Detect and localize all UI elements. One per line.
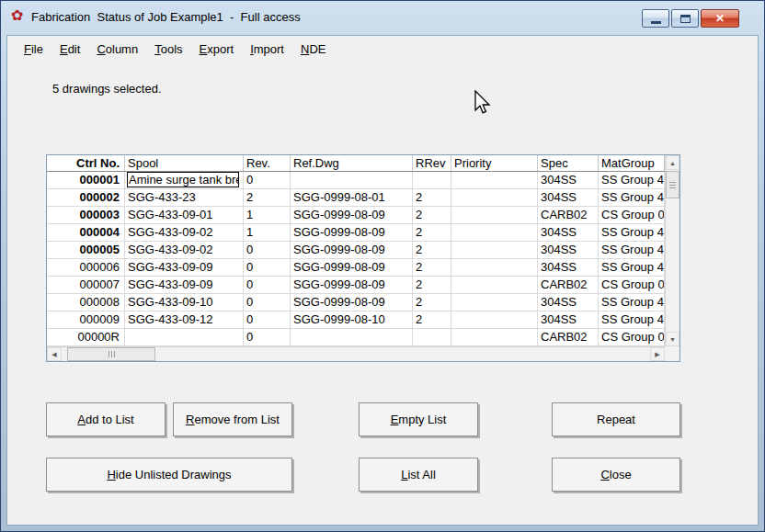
- menu-file[interactable]: File: [16, 40, 51, 59]
- dialog-body: FileEditColumnToolsExportImportNDE 5 dra…: [6, 35, 759, 526]
- scroll-left-icon: ◀: [51, 351, 56, 358]
- table-cell: CS Group 0: [599, 207, 665, 223]
- table-cell: [291, 172, 413, 188]
- table-row[interactable]: 000004SGG-433-09-021SGG-0999-08-092304SS…: [47, 224, 665, 242]
- table-cell: SS Group 4: [599, 311, 665, 328]
- table-rows: 000001Amine surge tank bre0304SSSS Group…: [47, 172, 665, 346]
- app-icon[interactable]: ✿: [11, 7, 23, 24]
- vertical-scrollbar[interactable]: ▲ ▼: [665, 155, 679, 346]
- table-cell: 000006: [47, 259, 125, 276]
- table-cell: [125, 329, 244, 345]
- table-row[interactable]: 000001Amine surge tank bre0304SSSS Group…: [47, 172, 665, 189]
- table-cell: 0: [244, 329, 291, 345]
- maximize-button[interactable]: [671, 9, 699, 28]
- remove-from-list-button[interactable]: Remove from List: [173, 402, 292, 436]
- minimize-button[interactable]: [642, 9, 669, 28]
- table-grid: Ctrl No.SpoolRev.Ref.DwgRRevPrioritySpec…: [47, 155, 665, 346]
- vertical-scroll-thumb[interactable]: [666, 171, 679, 198]
- col-header-spec[interactable]: Spec: [538, 155, 599, 171]
- table-cell: SGG-0999-08-09: [291, 207, 413, 223]
- table-cell: CS Group 0: [599, 329, 665, 345]
- empty-list-button[interactable]: Empty List: [359, 402, 478, 436]
- table-cell: SGG-433-09-12: [125, 311, 244, 328]
- table-cell: [413, 172, 451, 188]
- scroll-down-button[interactable]: ▼: [666, 332, 679, 346]
- close-icon: ✕: [715, 12, 725, 25]
- table-cell: 000009: [47, 311, 125, 328]
- scroll-right-icon: ▶: [655, 351, 659, 358]
- horizontal-scrollbar[interactable]: ◀ ▶: [47, 346, 665, 361]
- close-button[interactable]: ✕: [701, 9, 739, 28]
- table-cell: 000008: [47, 294, 125, 311]
- table-row[interactable]: 000006SGG-433-09-090SGG-0999-08-092304SS…: [47, 259, 665, 277]
- table-cell: 2: [413, 224, 451, 241]
- table-row[interactable]: 000007SGG-433-09-090SGG-0999-08-092CARB0…: [47, 277, 665, 294]
- table-cell: 2: [413, 294, 451, 311]
- close-dialog-button[interactable]: Close: [552, 458, 680, 492]
- table-cell: 304SS: [538, 172, 599, 188]
- table-cell: CARB02: [538, 329, 599, 345]
- repeat-button[interactable]: Repeat: [552, 402, 680, 436]
- table-cell: CS Group 0: [599, 277, 665, 293]
- table-cell: [451, 311, 538, 328]
- scroll-right-button[interactable]: ▶: [650, 347, 665, 361]
- col-header-rrev[interactable]: RRev: [413, 155, 451, 171]
- spool-edit-cell[interactable]: Amine surge tank bre: [127, 172, 239, 187]
- menu-bar: FileEditColumnToolsExportImportNDE: [8, 38, 334, 60]
- list-all-button[interactable]: List All: [359, 458, 478, 492]
- scroll-left-button[interactable]: ◀: [47, 347, 62, 361]
- table-cell: 2: [413, 207, 451, 223]
- menu-export[interactable]: Export: [191, 40, 243, 59]
- table-cell: SS Group 4: [599, 242, 665, 258]
- table-cell: 304SS: [538, 311, 599, 328]
- table-row[interactable]: 000009SGG-433-09-120SGG-0999-08-102304SS…: [47, 311, 665, 329]
- scroll-up-button[interactable]: ▲: [666, 155, 679, 170]
- horizontal-scroll-thumb[interactable]: [67, 347, 155, 361]
- table-cell: SGG-433-09-01: [125, 207, 244, 223]
- status-text: 5 drawings selected.: [52, 82, 162, 96]
- table-cell: 0: [244, 277, 291, 293]
- add-to-list-button[interactable]: Add to List: [46, 402, 166, 436]
- col-header-ctrl-no[interactable]: Ctrl No.: [47, 155, 125, 171]
- col-header-ref-dwg[interactable]: Ref.Dwg: [291, 155, 413, 171]
- menu-import[interactable]: Import: [242, 40, 292, 59]
- titlebar[interactable]: ✿ Fabrication Status of Job Example1 - F…: [0, 0, 765, 35]
- hide-unlisted-drawings-button[interactable]: Hide Unlisted Drawings: [46, 458, 292, 492]
- table-cell: 0: [244, 259, 291, 276]
- table-cell: 1: [244, 224, 291, 241]
- table-cell: SS Group 4: [599, 294, 665, 311]
- table-cell: 0: [244, 311, 291, 328]
- table-row[interactable]: 000005SGG-433-09-020SGG-0999-08-092304SS…: [47, 242, 665, 259]
- table-cell: 000004: [47, 224, 125, 241]
- table-row[interactable]: 000008SGG-433-09-100SGG-0999-08-092304SS…: [47, 294, 665, 311]
- table-header-row: Ctrl No.SpoolRev.Ref.DwgRRevPrioritySpec…: [47, 155, 665, 172]
- col-header-spool[interactable]: Spool: [125, 155, 244, 171]
- table-cell: [451, 259, 538, 276]
- table-cell: SGG-0999-08-09: [291, 259, 413, 276]
- table-row[interactable]: 000002SGG-433-232SGG-0999-08-012304SSSS …: [47, 189, 665, 207]
- minimize-icon: [651, 21, 661, 24]
- table-cell: SGG-0999-08-09: [291, 224, 413, 241]
- table-row[interactable]: 00000R0CARB02CS Group 0: [47, 329, 665, 346]
- table-cell: SS Group 4: [599, 224, 665, 241]
- menu-edit[interactable]: Edit: [51, 40, 88, 59]
- table-cell: 304SS: [538, 294, 599, 311]
- table-cell: CARB02: [538, 207, 599, 223]
- table-cell: 304SS: [538, 259, 599, 276]
- col-header-matgroup[interactable]: MatGroup: [599, 155, 665, 171]
- table-cell: SGG-0999-08-09: [291, 277, 413, 293]
- col-header-priority[interactable]: Priority: [451, 155, 538, 171]
- table-cell: SGG-433-09-09: [125, 277, 244, 293]
- menu-tools[interactable]: Tools: [146, 40, 190, 59]
- table-cell: [451, 207, 538, 223]
- table-cell: [413, 329, 451, 345]
- col-header-rev[interactable]: Rev.: [244, 155, 291, 171]
- menu-column[interactable]: Column: [88, 40, 146, 59]
- table-cell: [291, 329, 413, 345]
- table-cell: [451, 329, 538, 345]
- window-controls: ✕: [642, 9, 739, 28]
- window-title: Fabrication Status of Job Example1 - Ful…: [31, 10, 301, 24]
- menu-nde[interactable]: NDE: [292, 40, 334, 59]
- table-row[interactable]: 000003SGG-433-09-011SGG-0999-08-092CARB0…: [47, 207, 665, 224]
- table-cell: SGG-433-09-10: [125, 294, 244, 311]
